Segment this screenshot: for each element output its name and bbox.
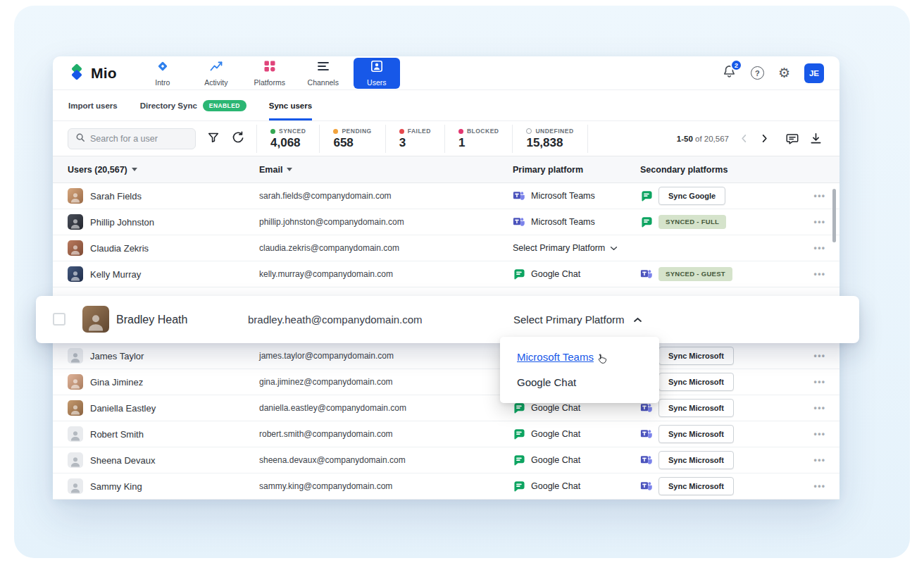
help-button[interactable] — [751, 66, 764, 80]
select-primary-platform-trigger[interactable]: Select Primary Platform — [513, 296, 642, 343]
sync-button[interactable]: Sync Microsoft — [658, 347, 734, 365]
avatar — [68, 374, 83, 390]
stat-label: SYNCED — [270, 128, 306, 135]
table-row[interactable]: Sheena Devaux sheena.devaux@companydomai… — [53, 447, 839, 473]
person-icon — [69, 191, 82, 204]
person-icon — [69, 455, 82, 468]
person-icon — [69, 377, 82, 390]
table-row[interactable]: Kelly Murray kelly.murray@companydomain.… — [53, 261, 839, 287]
settings-button[interactable] — [778, 66, 790, 80]
logo-text: Mio — [91, 65, 117, 82]
column-header-email[interactable]: Email — [259, 165, 513, 175]
row-menu-button[interactable] — [800, 403, 839, 413]
row-checkbox[interactable] — [53, 313, 65, 326]
primary-platform-cell: Microsoft Teams — [513, 216, 640, 228]
tab-import-users[interactable]: Import users — [68, 90, 118, 120]
feedback-button[interactable] — [785, 132, 799, 146]
selected-user-row[interactable]: Bradley Heath bradley.heath@companydomai… — [36, 296, 859, 343]
scrollbar-thumb[interactable] — [832, 189, 836, 242]
stat-block: UNDEFINED 15,838 — [512, 125, 587, 153]
stat-block: PENDING 658 — [319, 125, 385, 153]
prev-page-button[interactable] — [739, 133, 749, 144]
person-icon — [69, 429, 82, 442]
secondary-platforms-cell: SYNCED - FULL — [640, 215, 800, 229]
table-row[interactable]: Phillip Johnston phillip.johnston@compan… — [53, 209, 839, 235]
table-row[interactable]: Gina Jiminez gina.jiminez@companydomain.… — [53, 369, 839, 395]
sync-button[interactable]: Sync Microsoft — [658, 477, 734, 495]
table-row[interactable]: Claudia Zekris claudia.zekris@companydom… — [53, 235, 839, 261]
stat-label-text: SYNCED — [279, 128, 306, 135]
nav-item-platforms[interactable]: Platforms — [246, 58, 293, 89]
secondary-icon-slot — [640, 242, 653, 254]
row-menu-button[interactable] — [800, 351, 839, 361]
refresh-icon — [231, 130, 245, 147]
nav-item-intro[interactable]: Intro — [139, 58, 186, 89]
secondary-platforms-cell — [640, 242, 800, 254]
user-name: Phillip Johnston — [90, 217, 154, 228]
secondary-platforms-cell: Sync Microsoft — [640, 399, 800, 417]
table-row[interactable]: James Taylor james.taylor@companydomain.… — [53, 343, 839, 369]
google-chat-icon — [513, 268, 525, 280]
table-row[interactable]: Daniella Eastley daniella.eastley@compan… — [53, 395, 839, 421]
tab-directory-sync[interactable]: Directory Sync ENABLED — [140, 90, 246, 120]
next-page-button[interactable] — [759, 133, 770, 144]
person-icon — [85, 311, 106, 333]
google-chat-icon — [513, 428, 525, 440]
stat-value: 3 — [399, 136, 431, 150]
status-dot-icon — [270, 129, 275, 134]
user-search[interactable] — [68, 128, 196, 149]
user-rows-bottom: James Taylor james.taylor@companydomain.… — [53, 343, 839, 500]
synced-status-pill: SYNCED - GUEST — [658, 267, 732, 281]
nav-item-users[interactable]: Users — [354, 58, 400, 89]
search-input[interactable] — [90, 134, 188, 144]
header-label: Primary platform — [513, 165, 583, 175]
row-menu-button[interactable] — [800, 243, 839, 253]
secondary-platforms-cell: Sync Microsoft — [640, 347, 800, 365]
nav-item-activity[interactable]: Activity — [193, 58, 239, 89]
pagination-text: 1-50 of 20,567 — [677, 135, 729, 143]
platforms-grid-icon — [263, 59, 277, 76]
sync-button[interactable]: Sync Microsoft — [658, 425, 734, 443]
select-primary-platform[interactable]: Select Primary Platform — [513, 243, 640, 253]
table-row[interactable]: Sarah Fields sarah.fields@companydomain.… — [53, 183, 839, 209]
primary-platform-label: Google Chat — [531, 403, 580, 413]
user-name: Sammy King — [90, 481, 142, 492]
nav-item-channels[interactable]: Channels — [300, 58, 346, 89]
sync-button[interactable]: Sync Microsoft — [658, 399, 734, 417]
table-row[interactable]: Sammy King sammy.king@companydomain.com … — [53, 473, 839, 500]
status-dot-icon — [399, 129, 404, 134]
dropdown-option-microsoft-teams[interactable]: Microsoft Teams — [500, 344, 659, 369]
row-menu-button[interactable] — [800, 481, 839, 491]
sync-button[interactable]: Sync Microsoft — [658, 373, 734, 391]
main-nav: Intro Activity — [139, 58, 400, 89]
sync-button[interactable]: Sync Google — [658, 187, 725, 205]
row-menu-button[interactable] — [800, 269, 839, 279]
row-menu-button[interactable] — [800, 455, 839, 465]
row-menu-button[interactable] — [800, 429, 839, 439]
row-menu-button[interactable] — [800, 377, 839, 387]
profile-avatar[interactable]: JE — [804, 63, 824, 83]
filter-button[interactable] — [207, 131, 220, 147]
user-cell: Claudia Zekris — [68, 240, 259, 256]
tab-sync-users[interactable]: Sync users — [269, 90, 312, 120]
table-row[interactable]: Robert Smith robert.smith@companydomain.… — [53, 421, 839, 447]
chevron-down-icon — [610, 246, 618, 251]
secondary-icon-slot — [640, 428, 653, 440]
pagination-range: 1-50 — [677, 135, 693, 143]
enabled-badge: ENABLED — [203, 100, 246, 111]
nav-label: Activity — [204, 78, 227, 87]
user-name: Sarah Fields — [90, 191, 142, 202]
person-icon — [69, 403, 82, 416]
tab-label: Sync users — [269, 101, 312, 110]
secondary-icon-slot — [640, 480, 653, 493]
notifications-button[interactable]: 2 — [722, 64, 737, 82]
google-chat-icon — [513, 480, 525, 493]
sync-button[interactable]: Sync Microsoft — [658, 451, 734, 469]
user-cell: Daniella Eastley — [68, 400, 259, 416]
download-button[interactable] — [809, 132, 823, 145]
pagination-total: of 20,567 — [695, 135, 729, 143]
column-header-users[interactable]: Users (20,567) — [68, 165, 259, 175]
dropdown-option-google-chat[interactable]: Google Chat — [500, 369, 659, 395]
refresh-button[interactable] — [231, 130, 245, 147]
status-dot-icon — [458, 129, 463, 134]
